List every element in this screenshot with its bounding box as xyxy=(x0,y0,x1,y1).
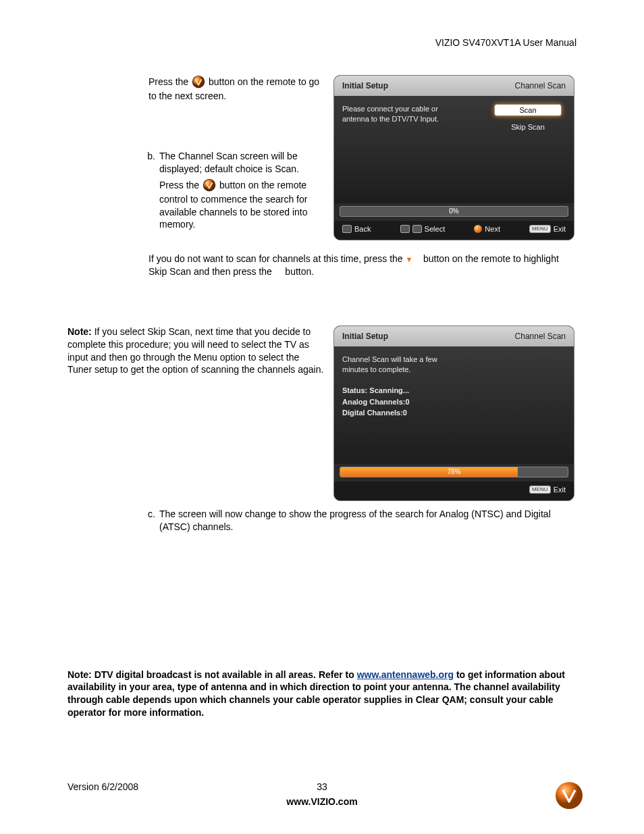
down-arrow-icon: ▼ xyxy=(406,255,413,265)
item-c-body: The screen will now change to show the p… xyxy=(159,508,576,533)
scan-button[interactable]: Scan xyxy=(494,104,562,116)
note1-row: Note: If you select Skip Scan, next time… xyxy=(68,325,576,501)
footer-select[interactable]: Select xyxy=(400,225,446,233)
osd-scan-options: Scan Skip Scan xyxy=(494,104,562,131)
osd-message: Please connect your cable or antenna to … xyxy=(342,104,464,124)
footer-next[interactable]: Next xyxy=(474,225,500,233)
section-a-text: Press the button on the remote to go to … xyxy=(68,75,325,231)
footer-url: www.VIZIO.com xyxy=(68,796,576,807)
text: If you select Skip Scan, next time that … xyxy=(68,326,323,375)
osd-title-right: Channel Scan xyxy=(515,332,566,341)
text: Press the button on the remote control t… xyxy=(159,178,325,232)
status-line: Status: Scanning... xyxy=(342,385,566,396)
vizio-button-icon xyxy=(191,75,206,90)
svg-point-1 xyxy=(193,76,205,87)
up-icon xyxy=(412,225,422,233)
item-b-body: The Channel Scan screen will be displaye… xyxy=(159,150,325,231)
down-icon xyxy=(400,225,410,233)
svg-point-3 xyxy=(204,180,215,191)
osd-message: Channel Scan will take a few minutes to … xyxy=(342,355,464,375)
vizio-dot-icon xyxy=(474,225,482,233)
osd-header: Initial Setup Channel Scan xyxy=(334,326,574,346)
osd-status: Status: Scanning... Analog Channels:0 Di… xyxy=(342,385,566,419)
back-icon xyxy=(342,225,352,233)
text: Press the xyxy=(149,76,191,87)
page-footer: Version 6/2/2008 33 www.VIZIO.com xyxy=(68,781,576,807)
osd-footer: Back Select Next MENUExit xyxy=(334,221,574,240)
page-number: 33 xyxy=(302,781,342,792)
progress-label: 0% xyxy=(340,207,568,216)
footer-back[interactable]: Back xyxy=(342,225,371,233)
section-b-para3: If you do not want to scan for channels … xyxy=(68,253,576,278)
note2: Note: DTV digital broadcast is not avail… xyxy=(68,669,576,720)
doc-header: VIZIO SV470XVT1A User Manual xyxy=(68,37,576,48)
osd-body: Channel Scan will take a few minutes to … xyxy=(334,346,574,464)
progress-bar: 78% xyxy=(340,467,568,477)
footer-exit[interactable]: MENUExit xyxy=(529,225,566,233)
text: The Channel Scan screen will be displaye… xyxy=(159,150,325,176)
figure-osd2: Initial Setup Channel Scan Channel Scan … xyxy=(333,325,576,501)
page: VIZIO SV470XVT1A User Manual Press the b… xyxy=(0,0,644,834)
doc-title: VIZIO SV470XVT1A User Manual xyxy=(435,37,576,48)
osd-title-left: Initial Setup xyxy=(342,332,388,341)
analog-count: Analog Channels:0 xyxy=(342,396,566,408)
figure-osd1: Initial Setup Channel Scan Please connec… xyxy=(333,75,576,240)
list-marker-b: b. xyxy=(128,150,159,231)
version-text: Version 6/2/2008 xyxy=(68,781,302,792)
osd-title-right: Channel Scan xyxy=(515,81,566,90)
vizio-logo-icon xyxy=(555,781,583,810)
antennaweb-link[interactable]: www.antennaweb.org xyxy=(357,669,454,680)
item-c: c. The screen will now change to show th… xyxy=(68,508,576,533)
section-a-row: Press the button on the remote to go to … xyxy=(68,75,576,240)
progress-bar: 0% xyxy=(340,206,568,217)
note2-pre: Note: DTV digital broadcast is not avail… xyxy=(68,669,357,680)
list-marker-c: c. xyxy=(128,508,159,533)
osd-footer: MENUExit xyxy=(334,481,574,500)
footer-exit[interactable]: MENUExit xyxy=(529,486,566,494)
digital-count: Digital Channels:0 xyxy=(342,407,566,419)
osd-channel-scan-progress: Initial Setup Channel Scan Channel Scan … xyxy=(333,325,574,501)
footer-line: Version 6/2/2008 33 xyxy=(68,781,576,792)
svg-point-4 xyxy=(556,782,583,809)
osd-title-left: Initial Setup xyxy=(342,81,388,90)
menu-icon: MENU xyxy=(529,486,551,494)
menu-icon: MENU xyxy=(529,225,551,233)
progress-label: 78% xyxy=(340,467,568,477)
note1-text: Note: If you select Skip Scan, next time… xyxy=(68,325,325,377)
skip-scan-option[interactable]: Skip Scan xyxy=(494,123,562,131)
item-b: b. The Channel Scan screen will be displ… xyxy=(128,150,325,231)
note-label: Note: xyxy=(68,326,92,337)
vizio-button-icon xyxy=(202,178,217,193)
osd-channel-scan-start: Initial Setup Channel Scan Please connec… xyxy=(333,75,574,240)
osd-body: Please connect your cable or antenna to … xyxy=(334,96,574,203)
osd-header: Initial Setup Channel Scan xyxy=(334,76,574,96)
